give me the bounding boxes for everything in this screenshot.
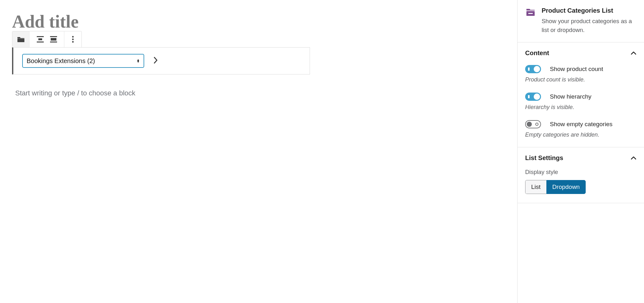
svg-rect-11 — [528, 13, 533, 14]
panel-list-settings-title: List Settings — [525, 154, 563, 162]
paragraph-placeholder[interactable]: Start writing or type / to choose a bloc… — [15, 89, 511, 97]
select-arrows-icon: ▲▼ — [137, 59, 140, 63]
chevron-right-icon — [153, 56, 158, 66]
panel-list-settings: List Settings Display style List Dropdow… — [518, 147, 644, 203]
sidebar-block-text: Product Categories List Show your produc… — [542, 7, 636, 35]
chevron-up-icon — [631, 155, 636, 161]
display-style-label: Display style — [525, 169, 636, 176]
kebab-icon — [72, 35, 74, 43]
alignment-buttons[interactable] — [29, 31, 64, 47]
product-categories-block[interactable]: Bookings Extensions (2) ▲▼ — [12, 47, 310, 74]
display-style-option-dropdown[interactable]: Dropdown — [546, 180, 586, 194]
svg-point-7 — [72, 36, 74, 38]
toggle-show-count-label: Show product count — [550, 66, 603, 73]
sidebar-block-header: Product Categories List Show your produc… — [518, 0, 644, 42]
more-options-button[interactable] — [64, 31, 81, 47]
panel-content-header[interactable]: Content — [518, 42, 644, 64]
toggle-show-count[interactable] — [525, 65, 541, 73]
block-toolbar — [12, 31, 82, 48]
toggle-show-hierarchy[interactable] — [525, 93, 541, 101]
align-wide-icon — [50, 36, 57, 42]
svg-rect-2 — [38, 38, 42, 40]
toggle-row-show-empty: Show empty categories — [525, 120, 636, 128]
toggle-show-count-help: Product count is visible. — [525, 76, 636, 83]
category-dropdown[interactable]: Bookings Extensions (2) ▲▼ — [22, 54, 144, 68]
toggle-row-show-hierarchy: Show hierarchy — [525, 93, 636, 101]
svg-rect-1 — [37, 36, 44, 37]
toggle-show-empty-label: Show empty categories — [550, 121, 613, 128]
display-style-button-group: List Dropdown — [525, 180, 586, 194]
align-center-icon — [37, 36, 44, 42]
panel-list-settings-header[interactable]: List Settings — [518, 147, 644, 169]
block-type-button[interactable] — [12, 31, 29, 47]
editor-main: Add title — [0, 0, 517, 303]
settings-sidebar: Product Categories List Show your produc… — [517, 0, 644, 303]
svg-rect-5 — [51, 38, 56, 41]
svg-rect-0 — [17, 39, 24, 42]
toggle-show-empty[interactable] — [525, 120, 541, 128]
post-title-placeholder[interactable]: Add title — [12, 13, 511, 30]
svg-rect-4 — [50, 36, 57, 37]
panel-content-body: Show product count Product count is visi… — [518, 65, 644, 147]
svg-point-9 — [72, 41, 74, 43]
toggle-show-hierarchy-label: Show hierarchy — [550, 93, 591, 100]
toggle-show-hierarchy-help: Hierarchy is visible. — [525, 104, 636, 111]
panel-content-title: Content — [525, 49, 549, 57]
svg-rect-3 — [37, 42, 44, 42]
category-dropdown-selected: Bookings Extensions (2) — [27, 57, 95, 65]
app-root: Add title — [0, 0, 644, 303]
toggle-row-show-count: Show product count — [525, 65, 636, 73]
toggle-show-empty-help: Empty categories are hidden. — [525, 132, 636, 138]
sidebar-block-title: Product Categories List — [542, 7, 636, 14]
svg-point-8 — [72, 39, 74, 40]
panel-list-settings-body: Display style List Dropdown — [518, 169, 644, 203]
chevron-up-icon — [631, 50, 636, 56]
product-categories-icon — [525, 7, 536, 18]
panel-content: Content Show product count Product count… — [518, 42, 644, 147]
folder-icon — [17, 36, 25, 43]
svg-rect-6 — [50, 42, 57, 42]
sidebar-block-description: Show your product categories as a list o… — [542, 17, 636, 35]
display-style-option-list[interactable]: List — [525, 180, 546, 194]
